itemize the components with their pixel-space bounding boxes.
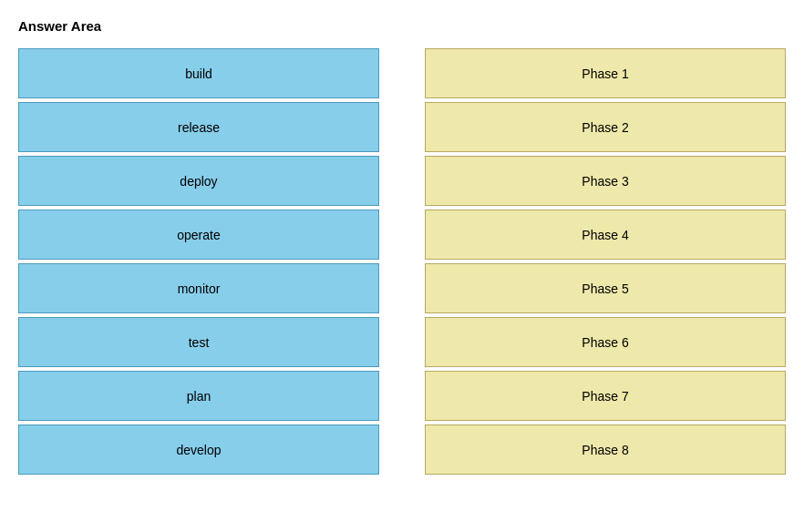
answer-area-title: Answer Area xyxy=(18,18,786,34)
right-item-2[interactable]: Phase 3 xyxy=(425,156,786,206)
left-item-5[interactable]: test xyxy=(18,317,379,367)
left-item-3[interactable]: operate xyxy=(18,210,379,260)
left-column: buildreleasedeployoperatemonitortestplan… xyxy=(18,48,379,475)
left-item-6[interactable]: plan xyxy=(18,371,379,421)
right-column: Phase 1Phase 2Phase 3Phase 4Phase 5Phase… xyxy=(425,48,786,475)
right-item-7[interactable]: Phase 8 xyxy=(425,425,786,475)
columns-container: buildreleasedeployoperatemonitortestplan… xyxy=(18,48,786,475)
right-item-5[interactable]: Phase 6 xyxy=(425,317,786,367)
right-item-1[interactable]: Phase 2 xyxy=(425,102,786,152)
right-item-0[interactable]: Phase 1 xyxy=(425,48,786,98)
right-item-4[interactable]: Phase 5 xyxy=(425,263,786,313)
left-item-0[interactable]: build xyxy=(18,48,379,98)
left-item-1[interactable]: release xyxy=(18,102,379,152)
right-item-3[interactable]: Phase 4 xyxy=(425,210,786,260)
left-item-2[interactable]: deploy xyxy=(18,156,379,206)
right-item-6[interactable]: Phase 7 xyxy=(425,371,786,421)
left-item-7[interactable]: develop xyxy=(18,425,379,475)
left-item-4[interactable]: monitor xyxy=(18,263,379,313)
